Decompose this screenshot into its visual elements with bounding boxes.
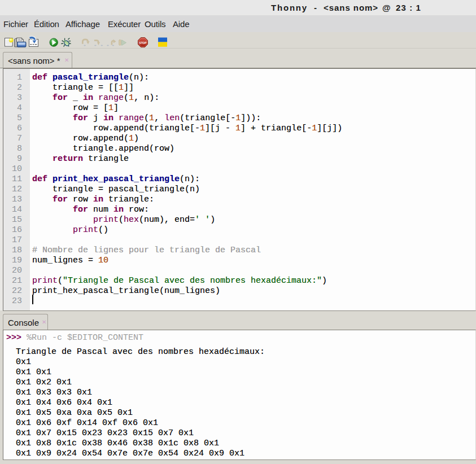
svg-text:STOP: STOP xyxy=(139,41,147,45)
